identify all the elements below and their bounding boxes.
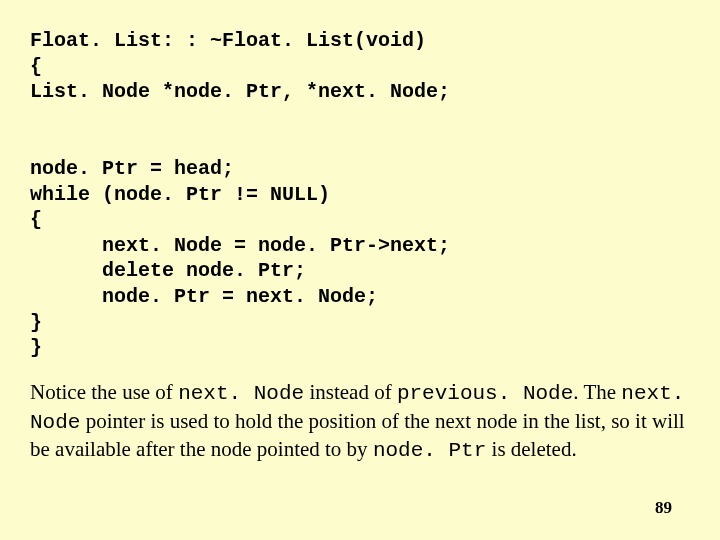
code-line: Float. List: : ~Float. List(void) xyxy=(30,29,426,52)
code-block: Float. List: : ~Float. List(void) { List… xyxy=(30,28,690,361)
code-line: List. Node *node. Ptr, *next. Node; xyxy=(30,80,450,103)
code-line: } xyxy=(30,336,42,359)
inline-code: next. Node xyxy=(178,382,304,405)
prose-text: . The xyxy=(573,380,621,404)
prose-text: is deleted. xyxy=(486,437,576,461)
code-line: { xyxy=(30,208,42,231)
page-number: 89 xyxy=(655,498,672,518)
code-line: while (node. Ptr != NULL) xyxy=(30,183,330,206)
prose-text: pointer is used to hold the position of … xyxy=(30,409,685,462)
code-line: next. Node = node. Ptr->next; xyxy=(30,234,450,257)
code-line: node. Ptr = next. Node; xyxy=(30,285,378,308)
inline-code: previous. Node xyxy=(397,382,573,405)
prose-text: instead of xyxy=(304,380,397,404)
prose-paragraph: Notice the use of next. Node instead of … xyxy=(30,379,690,466)
code-line: { xyxy=(30,55,42,78)
code-line: } xyxy=(30,311,42,334)
code-line: delete node. Ptr; xyxy=(30,259,306,282)
prose-text: Notice the use of xyxy=(30,380,178,404)
inline-code: node. Ptr xyxy=(373,439,486,462)
code-line: node. Ptr = head; xyxy=(30,157,234,180)
